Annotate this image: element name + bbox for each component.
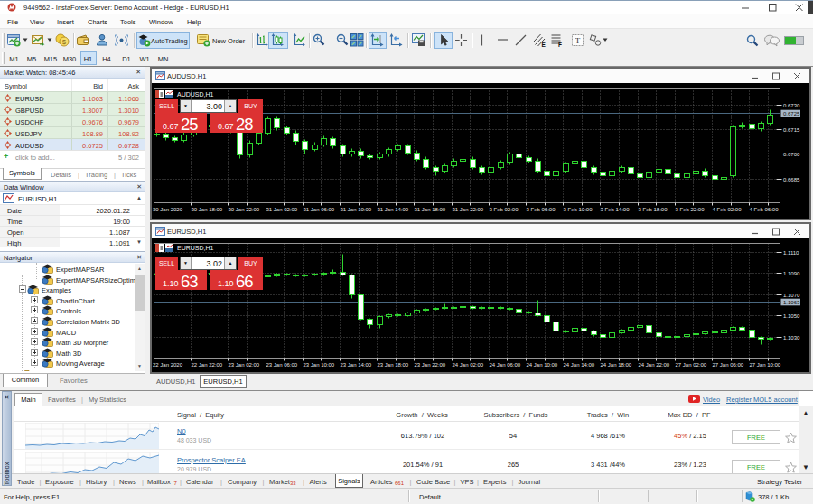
svg-text:E: E xyxy=(542,42,547,48)
svg-text:27 Jan 10:00: 27 Jan 10:00 xyxy=(750,362,781,368)
svg-text:31 Jan 22:00: 31 Jan 22:00 xyxy=(453,207,484,212)
svg-text:1.1063: 1.1063 xyxy=(783,300,800,305)
svg-text:0.6685: 0.6685 xyxy=(783,177,800,182)
svg-text:3 Feb 06:00: 3 Feb 06:00 xyxy=(527,207,556,212)
svg-text:24 Jan 06:00: 24 Jan 06:00 xyxy=(490,362,521,368)
svg-text:30 Jan 22:00: 30 Jan 22:00 xyxy=(229,207,260,212)
svg-text:31 Jan 02:00: 31 Jan 02:00 xyxy=(266,207,298,212)
svg-text:31 Jan 18:00: 31 Jan 18:00 xyxy=(415,207,446,212)
svg-text:24 Jan 14:00: 24 Jan 14:00 xyxy=(564,362,595,368)
svg-text:24 Jan 02:00: 24 Jan 02:00 xyxy=(453,362,484,368)
svg-text:27 Jan 02:00: 27 Jan 02:00 xyxy=(676,362,707,368)
svg-text:24 Jan 22:00: 24 Jan 22:00 xyxy=(639,362,670,368)
svg-text:30 Jan 18:00: 30 Jan 18:00 xyxy=(192,207,223,212)
svg-text:F: F xyxy=(558,42,562,48)
svg-text:24 Jan 10:00: 24 Jan 10:00 xyxy=(527,362,558,368)
svg-text:3 Feb 18:00: 3 Feb 18:00 xyxy=(639,207,668,212)
svg-text:3 Feb 10:00: 3 Feb 10:00 xyxy=(564,207,593,212)
svg-text:3 Feb 02:00: 3 Feb 02:00 xyxy=(490,207,519,212)
svg-text:1.1090: 1.1090 xyxy=(783,271,800,276)
svg-text:3 Feb 22:00: 3 Feb 22:00 xyxy=(676,207,706,212)
svg-text:4 Feb 02:00: 4 Feb 02:00 xyxy=(713,207,743,212)
svg-text:T: T xyxy=(575,36,581,45)
svg-text:23 Jan 10:00: 23 Jan 10:00 xyxy=(304,362,335,368)
svg-text:22 Jan 22:00: 22 Jan 22:00 xyxy=(192,362,223,368)
svg-text:4 Feb 06:00: 4 Feb 06:00 xyxy=(750,207,780,212)
svg-text:31 Jan 06:00: 31 Jan 06:00 xyxy=(304,207,335,212)
svg-text:0.6730: 0.6730 xyxy=(783,103,800,108)
svg-text:23 Jan 22:00: 23 Jan 22:00 xyxy=(415,362,446,368)
svg-text:23 Jan 06:00: 23 Jan 06:00 xyxy=(266,362,298,368)
svg-text:1.1050: 1.1050 xyxy=(783,313,800,319)
svg-text:30 Jan 2020: 30 Jan 2020 xyxy=(153,207,183,212)
svg-text:0.6715: 0.6715 xyxy=(783,127,800,133)
svg-text:3 Feb 14:00: 3 Feb 14:00 xyxy=(601,207,631,212)
svg-text:1.1110: 1.1110 xyxy=(783,250,799,256)
svg-text:27 Jan 06:00: 27 Jan 06:00 xyxy=(713,362,744,368)
svg-text:23 Jan 18:00: 23 Jan 18:00 xyxy=(378,362,409,368)
svg-text:24 Jan 18:00: 24 Jan 18:00 xyxy=(601,362,632,368)
svg-text:31 Jan 14:00: 31 Jan 14:00 xyxy=(378,207,409,212)
svg-text:23 Jan 14:00: 23 Jan 14:00 xyxy=(341,362,372,368)
svg-text:1.1070: 1.1070 xyxy=(783,293,800,298)
svg-text:22 Jan 2020: 22 Jan 2020 xyxy=(153,362,183,368)
svg-text:23 Jan 02:00: 23 Jan 02:00 xyxy=(229,362,260,368)
svg-text:1.1030: 1.1030 xyxy=(783,335,800,341)
svg-text:0.6700: 0.6700 xyxy=(783,152,800,157)
svg-text:31 Jan 10:00: 31 Jan 10:00 xyxy=(341,207,372,212)
svg-text:$: $ xyxy=(62,39,66,45)
svg-text:0.6725: 0.6725 xyxy=(783,111,800,117)
